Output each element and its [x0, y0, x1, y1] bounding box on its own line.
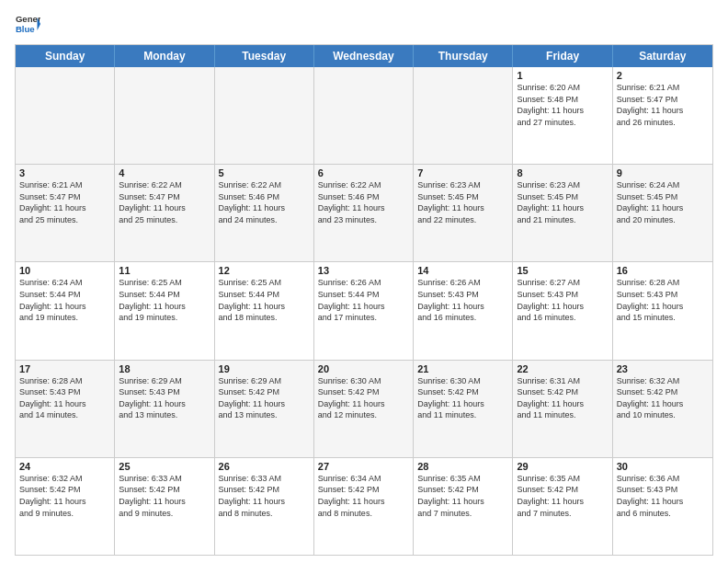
day-info: Sunrise: 6:35 AM Sunset: 5:42 PM Dayligh…: [417, 473, 508, 519]
day-24: 24Sunrise: 6:32 AM Sunset: 5:42 PM Dayli…: [16, 458, 115, 555]
day-16: 16Sunrise: 6:28 AM Sunset: 5:43 PM Dayli…: [613, 262, 712, 359]
header-day-saturday: Saturday: [613, 45, 712, 67]
day-info: Sunrise: 6:23 AM Sunset: 5:45 PM Dayligh…: [517, 179, 608, 225]
svg-text:General: General: [16, 14, 40, 24]
day-number: 22: [517, 363, 608, 374]
day-info: Sunrise: 6:36 AM Sunset: 5:43 PM Dayligh…: [617, 473, 709, 519]
day-number: 5: [219, 167, 310, 178]
day-info: Sunrise: 6:28 AM Sunset: 5:43 PM Dayligh…: [617, 277, 709, 323]
empty-cell: [215, 67, 314, 164]
header-day-thursday: Thursday: [414, 45, 513, 67]
day-5: 5Sunrise: 6:22 AM Sunset: 5:46 PM Daylig…: [215, 165, 314, 261]
day-2: 2Sunrise: 6:21 AM Sunset: 5:47 PM Daylig…: [613, 67, 712, 164]
day-number: 10: [19, 265, 110, 276]
day-info: Sunrise: 6:25 AM Sunset: 5:44 PM Dayligh…: [119, 277, 210, 323]
day-7: 7Sunrise: 6:23 AM Sunset: 5:45 PM Daylig…: [414, 165, 513, 261]
header-day-wednesday: Wednesday: [314, 45, 414, 67]
day-number: 17: [19, 363, 110, 374]
day-info: Sunrise: 6:24 AM Sunset: 5:44 PM Dayligh…: [19, 277, 110, 323]
day-number: 8: [517, 167, 608, 178]
header-day-sunday: Sunday: [16, 45, 115, 67]
day-number: 4: [119, 167, 210, 178]
day-29: 29Sunrise: 6:35 AM Sunset: 5:42 PM Dayli…: [513, 458, 612, 555]
week-row-3: 10Sunrise: 6:24 AM Sunset: 5:44 PM Dayli…: [16, 261, 712, 359]
day-info: Sunrise: 6:29 AM Sunset: 5:42 PM Dayligh…: [219, 375, 310, 421]
day-number: 11: [119, 265, 210, 276]
empty-cell: [314, 67, 414, 164]
day-info: Sunrise: 6:31 AM Sunset: 5:42 PM Dayligh…: [517, 375, 608, 421]
day-info: Sunrise: 6:23 AM Sunset: 5:45 PM Dayligh…: [417, 179, 508, 225]
header-day-monday: Monday: [115, 45, 214, 67]
day-info: Sunrise: 6:26 AM Sunset: 5:43 PM Dayligh…: [417, 277, 508, 323]
logo: General Blue: [15, 11, 44, 37]
day-info: Sunrise: 6:30 AM Sunset: 5:42 PM Dayligh…: [417, 375, 508, 421]
day-6: 6Sunrise: 6:22 AM Sunset: 5:46 PM Daylig…: [314, 165, 414, 261]
day-12: 12Sunrise: 6:25 AM Sunset: 5:44 PM Dayli…: [215, 262, 314, 359]
day-9: 9Sunrise: 6:24 AM Sunset: 5:45 PM Daylig…: [613, 165, 712, 261]
day-number: 9: [617, 167, 709, 178]
day-info: Sunrise: 6:28 AM Sunset: 5:43 PM Dayligh…: [19, 375, 110, 421]
day-info: Sunrise: 6:27 AM Sunset: 5:43 PM Dayligh…: [517, 277, 608, 323]
day-info: Sunrise: 6:21 AM Sunset: 5:47 PM Dayligh…: [19, 179, 110, 225]
day-info: Sunrise: 6:32 AM Sunset: 5:42 PM Dayligh…: [19, 473, 110, 519]
calendar: SundayMondayTuesdayWednesdayThursdayFrid…: [15, 44, 713, 556]
day-19: 19Sunrise: 6:29 AM Sunset: 5:42 PM Dayli…: [215, 361, 314, 457]
day-27: 27Sunrise: 6:34 AM Sunset: 5:42 PM Dayli…: [314, 458, 414, 555]
day-30: 30Sunrise: 6:36 AM Sunset: 5:43 PM Dayli…: [613, 458, 712, 555]
day-number: 16: [617, 265, 709, 276]
day-info: Sunrise: 6:35 AM Sunset: 5:42 PM Dayligh…: [517, 473, 608, 519]
day-info: Sunrise: 6:26 AM Sunset: 5:44 PM Dayligh…: [318, 277, 409, 323]
day-info: Sunrise: 6:34 AM Sunset: 5:42 PM Dayligh…: [318, 473, 409, 519]
day-3: 3Sunrise: 6:21 AM Sunset: 5:47 PM Daylig…: [16, 165, 115, 261]
day-number: 1: [517, 70, 608, 81]
day-15: 15Sunrise: 6:27 AM Sunset: 5:43 PM Dayli…: [513, 262, 612, 359]
day-info: Sunrise: 6:22 AM Sunset: 5:47 PM Dayligh…: [119, 179, 210, 225]
day-number: 30: [617, 461, 709, 472]
header-day-tuesday: Tuesday: [215, 45, 314, 67]
day-1: 1Sunrise: 6:20 AM Sunset: 5:48 PM Daylig…: [513, 67, 612, 164]
day-17: 17Sunrise: 6:28 AM Sunset: 5:43 PM Dayli…: [16, 361, 115, 457]
day-number: 12: [219, 265, 310, 276]
day-number: 26: [219, 461, 310, 472]
day-info: Sunrise: 6:30 AM Sunset: 5:42 PM Dayligh…: [318, 375, 409, 421]
empty-cell: [414, 67, 513, 164]
calendar-header: SundayMondayTuesdayWednesdayThursdayFrid…: [16, 45, 712, 67]
day-info: Sunrise: 6:25 AM Sunset: 5:44 PM Dayligh…: [219, 277, 310, 323]
day-26: 26Sunrise: 6:33 AM Sunset: 5:42 PM Dayli…: [215, 458, 314, 555]
week-row-2: 3Sunrise: 6:21 AM Sunset: 5:47 PM Daylig…: [16, 164, 712, 261]
day-info: Sunrise: 6:24 AM Sunset: 5:45 PM Dayligh…: [617, 179, 709, 225]
day-28: 28Sunrise: 6:35 AM Sunset: 5:42 PM Dayli…: [414, 458, 513, 555]
week-row-1: 1Sunrise: 6:20 AM Sunset: 5:48 PM Daylig…: [16, 67, 712, 164]
empty-cell: [115, 67, 214, 164]
calendar-body: 1Sunrise: 6:20 AM Sunset: 5:48 PM Daylig…: [16, 67, 712, 555]
day-number: 15: [517, 265, 608, 276]
day-22: 22Sunrise: 6:31 AM Sunset: 5:42 PM Dayli…: [513, 361, 612, 457]
day-number: 28: [417, 461, 508, 472]
day-number: 2: [617, 70, 709, 81]
day-10: 10Sunrise: 6:24 AM Sunset: 5:44 PM Dayli…: [16, 262, 115, 359]
day-number: 23: [617, 363, 709, 374]
week-row-5: 24Sunrise: 6:32 AM Sunset: 5:42 PM Dayli…: [16, 457, 712, 555]
day-23: 23Sunrise: 6:32 AM Sunset: 5:42 PM Dayli…: [613, 361, 712, 457]
day-18: 18Sunrise: 6:29 AM Sunset: 5:43 PM Dayli…: [115, 361, 214, 457]
day-number: 19: [219, 363, 310, 374]
logo-icon: General Blue: [15, 11, 40, 37]
day-number: 27: [318, 461, 409, 472]
day-8: 8Sunrise: 6:23 AM Sunset: 5:45 PM Daylig…: [513, 165, 612, 261]
day-number: 21: [417, 363, 508, 374]
week-row-4: 17Sunrise: 6:28 AM Sunset: 5:43 PM Dayli…: [16, 360, 712, 457]
day-number: 3: [19, 167, 110, 178]
header-day-friday: Friday: [513, 45, 612, 67]
svg-text:Blue: Blue: [16, 24, 35, 34]
day-11: 11Sunrise: 6:25 AM Sunset: 5:44 PM Dayli…: [115, 262, 214, 359]
page: General Blue SundayMondayTuesdayWednesda…: [0, 0, 728, 563]
day-number: 20: [318, 363, 409, 374]
day-20: 20Sunrise: 6:30 AM Sunset: 5:42 PM Dayli…: [314, 361, 414, 457]
day-number: 14: [417, 265, 508, 276]
day-14: 14Sunrise: 6:26 AM Sunset: 5:43 PM Dayli…: [414, 262, 513, 359]
day-info: Sunrise: 6:29 AM Sunset: 5:43 PM Dayligh…: [119, 375, 210, 421]
day-info: Sunrise: 6:33 AM Sunset: 5:42 PM Dayligh…: [219, 473, 310, 519]
day-number: 29: [517, 461, 608, 472]
day-number: 18: [119, 363, 210, 374]
day-info: Sunrise: 6:22 AM Sunset: 5:46 PM Dayligh…: [318, 179, 409, 225]
